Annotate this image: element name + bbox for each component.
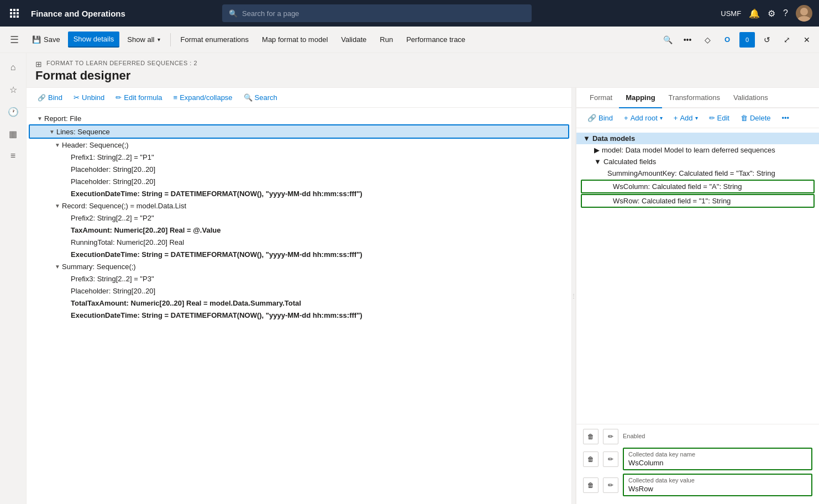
toolbar-diamond-icon[interactable]: ◇ — [700, 32, 715, 48]
tree-node-execdate2[interactable]: ExecutionDateTime: String = DATETIMEFORM… — [27, 248, 571, 260]
search-label: Search — [255, 93, 277, 102]
hamburger-menu-icon[interactable]: ☰ — [4, 30, 24, 50]
tree-node-placeholder2[interactable]: Placeholder: String[20..20] — [27, 175, 571, 187]
global-search-bar[interactable]: 🔍 Search for a page — [222, 4, 532, 22]
tree-toggle-taxamount — [62, 225, 71, 234]
tab-format[interactable]: Format — [583, 88, 619, 108]
tree-node-header[interactable]: ▼Header: Sequence(;) — [27, 139, 571, 151]
tree-node-text-prefix3: Prefix3: String[2..2] = "P3" — [71, 275, 571, 283]
svg-point-9 — [800, 8, 808, 15]
toolbar-more-icon[interactable]: ••• — [680, 32, 695, 48]
unbind-label: Unbind — [82, 93, 104, 102]
notification-icon[interactable]: 🔔 — [749, 8, 760, 19]
topnav-right-icons: USMF 🔔 ⚙ ? — [721, 5, 812, 22]
data-node-text-calc_fields: Calculated fields — [603, 158, 656, 166]
toolbar-search-icon[interactable]: 🔍 — [660, 32, 675, 48]
data-node-calc_fields[interactable]: ▼Calculated fields — [576, 156, 819, 167]
tree-node-taxamount[interactable]: TaxAmount: Numeric[20..20] Real = @.Valu… — [27, 224, 571, 236]
toolbar-close-icon[interactable]: ✕ — [799, 32, 815, 48]
svg-rect-7 — [13, 15, 15, 18]
tab-mapping[interactable]: Mapping — [619, 88, 662, 108]
data-node-data_models[interactable]: ▼Data models — [576, 133, 819, 144]
tree-node-placeholder1[interactable]: Placeholder: String[20..20] — [27, 163, 571, 175]
designer-area: 🔗 Bind ✂ Unbind ✏ Edit formula ≡ Expand/… — [27, 87, 819, 504]
tree-node-execdate1[interactable]: ExecutionDateTime: String = DATETIMEFORM… — [27, 187, 571, 200]
left-sub-toolbar: 🔗 Bind ✂ Unbind ✏ Edit formula ≡ Expand/… — [27, 88, 571, 108]
tree-node-text-execdate2: ExecutionDateTime: String = DATETIMEFORM… — [71, 250, 571, 259]
right-bind-button[interactable]: 🔗 Bind — [583, 112, 617, 124]
help-icon[interactable]: ? — [783, 8, 788, 18]
data-node-wsrow[interactable]: WsRow: Calculated field = "1": String — [581, 194, 815, 208]
run-button[interactable]: Run — [374, 32, 398, 47]
main-container: ⌂ ☆ 🕐 ▦ ≡ ⊞ FORMAT TO LEARN DEFERRED SEQ… — [0, 53, 819, 504]
tree-toggle-totaltax — [62, 298, 71, 307]
data-node-text-data_models: Data models — [592, 134, 635, 143]
expand-collapse-button[interactable]: ≡ Expand/collapse — [169, 91, 237, 104]
toolbar-separator — [170, 33, 171, 46]
map-format-label: Map format to model — [262, 35, 328, 44]
tab-transformations[interactable]: Transformations — [662, 88, 727, 108]
format-tree[interactable]: ▼Report: File▼Lines: Sequence▼Header: Se… — [27, 108, 571, 504]
enabled-property-row: 🗑 ✏ Enabled — [583, 429, 812, 444]
filter-icon[interactable]: ⊞ — [35, 60, 42, 69]
tree-node-record[interactable]: ▼Record: Sequence(;) = model.Data.List — [27, 200, 571, 212]
bind-button[interactable]: 🔗 Bind — [33, 91, 67, 104]
map-format-button[interactable]: Map format to model — [256, 32, 333, 47]
save-button[interactable]: 💾 Save — [27, 32, 66, 47]
tree-node-runningtotal[interactable]: RunningTotal: Numeric[20..20] Real — [27, 236, 571, 248]
show-all-button[interactable]: Show all ▾ — [122, 32, 165, 47]
sidebar-workspaces-icon[interactable]: ▦ — [3, 124, 23, 144]
edit-formula-button[interactable]: ✏ Edit formula — [111, 91, 166, 104]
enabled-delete-btn[interactable]: 🗑 — [583, 429, 599, 444]
toolbar-office-icon[interactable]: O — [720, 32, 735, 48]
tree-node-placeholder3[interactable]: Placeholder: String[20..20] — [27, 285, 571, 297]
right-panel-tabs: FormatMappingTransformationsValidations — [576, 88, 819, 108]
toolbar-external-icon[interactable]: ⤢ — [779, 32, 795, 48]
tree-toggle-placeholder2 — [62, 177, 71, 186]
format-enumerations-button[interactable]: Format enumerations — [175, 32, 255, 47]
data-node-model[interactable]: ▶model: Data model Model to learn deferr… — [576, 144, 819, 156]
data-node-wscolumn[interactable]: WsColumn: Calculated field = "A": String — [581, 180, 815, 193]
enabled-edit-btn[interactable]: ✏ — [603, 429, 618, 444]
tree-node-prefix2[interactable]: Prefix2: String[2..2] = "P2" — [27, 212, 571, 224]
app-grid-icon[interactable] — [7, 6, 22, 21]
tab-validations[interactable]: Validations — [727, 88, 775, 108]
right-more-button[interactable]: ••• — [778, 112, 794, 124]
data-node-text-wscolumn: WsColumn: Calculated field = "A": String — [613, 182, 742, 191]
validate-button[interactable]: Validate — [335, 32, 372, 47]
sidebar-favorites-icon[interactable]: ☆ — [3, 80, 23, 99]
data-node-summing[interactable]: SummingAmountKey: Calculated field = "Ta… — [576, 167, 819, 179]
sidebar-modules-icon[interactable]: ≡ — [3, 146, 23, 166]
user-avatar[interactable] — [796, 5, 812, 22]
tree-node-totaltax[interactable]: TotalTaxAmount: Numeric[20..20] Real = m… — [27, 297, 571, 309]
data-model-tree[interactable]: ▼Data models▶model: Data model Model to … — [576, 128, 819, 424]
edit-button[interactable]: ✏ Edit — [705, 112, 734, 124]
key-name-delete-btn[interactable]: 🗑 — [583, 452, 599, 467]
tree-node-lines[interactable]: ▼Lines: Sequence — [29, 124, 569, 139]
tree-node-prefix1[interactable]: Prefix1: String[2..2] = "P1" — [27, 151, 571, 163]
panel-divider[interactable]: ⋮ — [571, 88, 576, 504]
add-button[interactable]: + Add ▾ — [669, 112, 702, 124]
tree-node-report[interactable]: ▼Report: File — [27, 112, 571, 124]
sidebar-home-icon[interactable]: ⌂ — [3, 57, 23, 77]
tree-node-text-placeholder2: Placeholder: String[20..20] — [71, 177, 571, 186]
delete-button[interactable]: 🗑 Delete — [736, 112, 775, 124]
search-button[interactable]: 🔍 Search — [239, 91, 282, 104]
show-details-button[interactable]: Show details — [68, 32, 120, 48]
tree-node-execdate3[interactable]: ExecutionDateTime: String = DATETIMEFORM… — [27, 309, 571, 321]
settings-icon[interactable]: ⚙ — [768, 8, 775, 19]
key-name-edit-btn[interactable]: ✏ — [603, 452, 618, 467]
expand-icon: ≡ — [174, 93, 178, 102]
unbind-button[interactable]: ✂ Unbind — [69, 91, 109, 104]
tree-node-prefix3[interactable]: Prefix3: String[2..2] = "P3" — [27, 272, 571, 285]
key-value-edit-btn[interactable]: ✏ — [603, 477, 618, 493]
performance-trace-button[interactable]: Performance trace — [401, 32, 471, 47]
app-title: Finance and Operations — [31, 9, 125, 18]
tree-node-summary[interactable]: ▼Summary: Sequence(;) — [27, 260, 571, 272]
add-root-button[interactable]: + Add root ▾ — [620, 112, 667, 124]
key-value-delete-btn[interactable]: 🗑 — [583, 477, 599, 493]
sidebar-recent-icon[interactable]: 🕐 — [3, 102, 23, 122]
toolbar-refresh-icon[interactable]: ↺ — [759, 32, 775, 48]
toolbar-badge-icon[interactable]: 0 — [739, 32, 755, 48]
svg-rect-8 — [17, 15, 19, 18]
